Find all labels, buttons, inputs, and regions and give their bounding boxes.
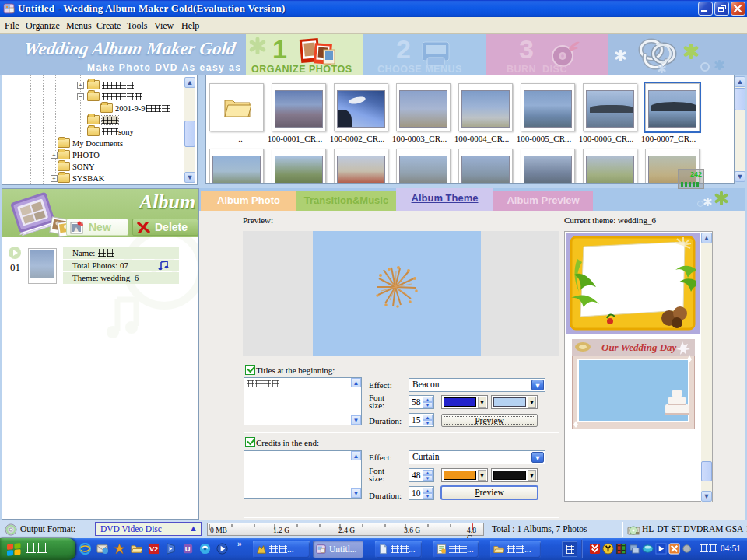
svg-text:U: U xyxy=(185,545,191,553)
svg-text:V2: V2 xyxy=(149,545,158,553)
svg-text:e: e xyxy=(82,544,86,553)
svg-text:Our Wedding Day: Our Wedding Day xyxy=(601,341,677,353)
